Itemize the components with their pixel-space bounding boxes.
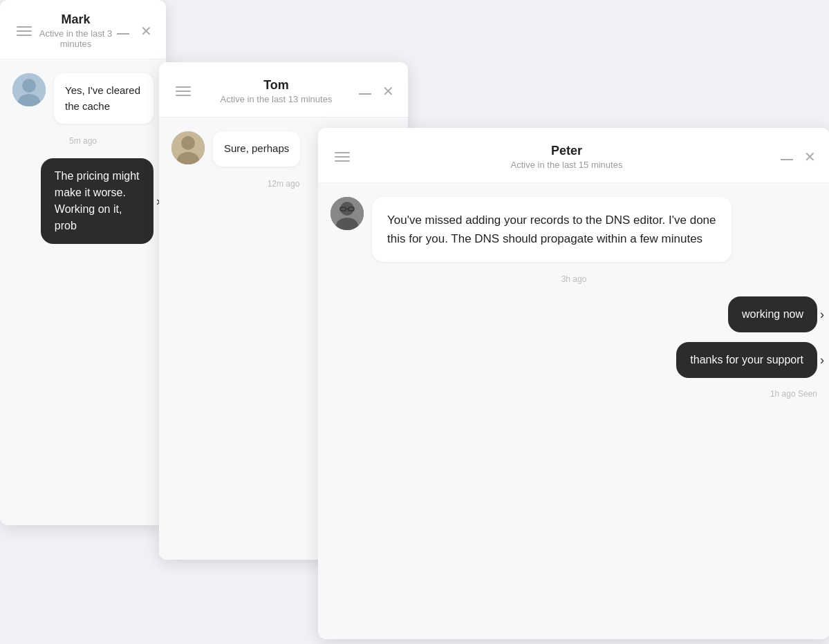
chat-header-tom: Tom Active in the last 13 minutes ✕ <box>159 62 408 117</box>
minimize-button-peter[interactable] <box>781 159 793 160</box>
menu-icon-peter[interactable] <box>332 149 353 164</box>
header-actions-tom: ✕ <box>359 84 394 98</box>
chat-title-peter: Peter <box>353 144 781 158</box>
header-center-mark: Mark Active in the last 3 minutes <box>35 12 117 49</box>
time-peter-1: 3h ago <box>330 274 817 284</box>
bubble-incoming-tom: Sure, perhaps <box>213 131 300 167</box>
close-button-peter[interactable]: ✕ <box>804 150 816 164</box>
svg-point-4 <box>181 136 195 150</box>
chat-header-mark: Mark Active in the last 3 minutes ✕ <box>0 0 166 59</box>
close-button-mark[interactable]: ✕ <box>140 24 152 38</box>
header-actions-peter: ✕ <box>781 150 816 164</box>
chat-title-mark: Mark <box>35 12 117 27</box>
avatar-peter <box>330 197 364 230</box>
time-mark-1: 5m ago <box>12 136 153 146</box>
chat-body-mark: Yes, I've cleared the cache 5m ago The p… <box>0 59 166 525</box>
header-center-peter: Peter Active in the last 15 minutes <box>353 144 781 170</box>
message-outgoing-peter-2: thanks for your support <box>330 342 817 378</box>
avatar-mark <box>12 73 46 106</box>
chat-status-mark: Active in the last 3 minutes <box>35 28 117 49</box>
avatar-tom <box>171 131 205 164</box>
chat-window-peter[interactable]: Peter Active in the last 15 minutes ✕ <box>318 128 829 639</box>
close-button-tom[interactable]: ✕ <box>382 84 394 98</box>
menu-icon-mark[interactable] <box>14 23 35 39</box>
chat-window-mark[interactable]: Mark Active in the last 3 minutes ✕ Yes,… <box>0 0 166 525</box>
message-incoming-mark: Yes, I've cleared the cache <box>12 73 153 124</box>
message-incoming-peter: You've missed adding your records to the… <box>330 197 817 262</box>
bubble-incoming-mark: Yes, I've cleared the cache <box>54 73 153 124</box>
svg-point-1 <box>22 79 36 93</box>
header-center-tom: Tom Active in the last 13 minutes <box>194 78 359 104</box>
bubble-outgoing-peter-working: working now <box>728 296 817 332</box>
bubble-outgoing-mark: The pricing might make it worse. Working… <box>41 158 153 244</box>
message-outgoing-peter-1: working now <box>330 296 817 332</box>
chat-title-tom: Tom <box>194 78 359 93</box>
chat-header-peter: Peter Active in the last 15 minutes ✕ <box>318 128 829 183</box>
chat-status-peter: Active in the last 15 minutes <box>353 160 781 170</box>
chat-body-peter: You've missed adding your records to the… <box>318 183 829 639</box>
msg-seen-peter: 1h ago Seen <box>330 389 817 399</box>
bubble-incoming-peter-dns: You've missed adding your records to the… <box>372 197 732 262</box>
menu-icon-tom[interactable] <box>173 84 194 99</box>
bubble-outgoing-peter-thanks: thanks for your support <box>676 342 817 378</box>
minimize-button-tom[interactable] <box>359 93 371 95</box>
minimize-button-mark[interactable] <box>117 33 129 35</box>
header-actions-mark: ✕ <box>117 24 152 38</box>
message-outgoing-mark: The pricing might make it worse. Working… <box>12 158 153 244</box>
chat-status-tom: Active in the last 13 minutes <box>194 94 359 104</box>
